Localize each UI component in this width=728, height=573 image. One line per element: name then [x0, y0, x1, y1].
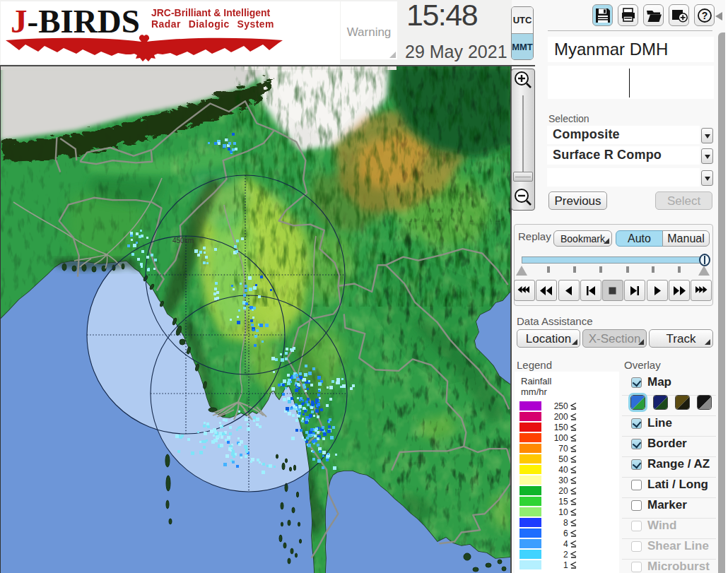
- svg-text:450km: 450km: [172, 237, 194, 244]
- svg-text:?: ?: [702, 10, 708, 21]
